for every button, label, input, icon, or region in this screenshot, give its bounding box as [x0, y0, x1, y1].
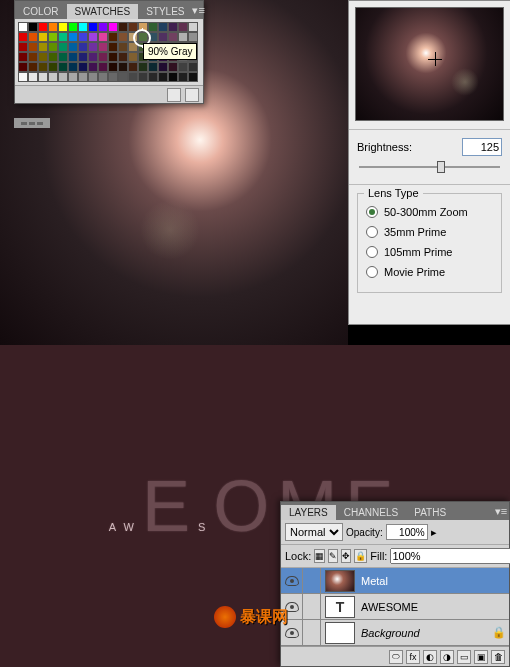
- swatch[interactable]: [98, 62, 108, 72]
- swatch[interactable]: [158, 32, 168, 42]
- swatch[interactable]: [68, 22, 78, 32]
- swatch[interactable]: [28, 42, 38, 52]
- swatch[interactable]: [38, 72, 48, 82]
- swatch[interactable]: [38, 42, 48, 52]
- swatch[interactable]: [58, 42, 68, 52]
- tab-layers[interactable]: LAYERS: [281, 505, 336, 520]
- layer-mask-icon[interactable]: ◐: [423, 650, 437, 664]
- swatch[interactable]: [88, 22, 98, 32]
- swatch[interactable]: [148, 72, 158, 82]
- swatch[interactable]: [108, 32, 118, 42]
- swatch[interactable]: [38, 62, 48, 72]
- swatch[interactable]: [118, 42, 128, 52]
- swatch[interactable]: [48, 62, 58, 72]
- swatch[interactable]: [58, 32, 68, 42]
- swatch[interactable]: [178, 62, 188, 72]
- group-icon[interactable]: ▭: [457, 650, 471, 664]
- delete-swatch-icon[interactable]: [185, 88, 199, 102]
- swatch[interactable]: [68, 42, 78, 52]
- swatch[interactable]: [88, 32, 98, 42]
- tab-channels[interactable]: CHANNELS: [336, 505, 406, 520]
- swatch[interactable]: [108, 52, 118, 62]
- swatch[interactable]: [38, 32, 48, 42]
- layer-row[interactable]: Background🔒: [281, 620, 509, 646]
- layer-name[interactable]: AWESOME: [359, 601, 489, 613]
- swatch[interactable]: [48, 32, 58, 42]
- swatch[interactable]: [28, 32, 38, 42]
- radio-movie[interactable]: Movie Prime: [364, 262, 495, 282]
- fill-input[interactable]: [390, 548, 510, 564]
- swatch[interactable]: [58, 22, 68, 32]
- brightness-input[interactable]: [462, 138, 502, 156]
- opacity-input[interactable]: [386, 524, 428, 540]
- swatch[interactable]: [68, 32, 78, 42]
- swatch[interactable]: [188, 22, 198, 32]
- swatch[interactable]: [118, 52, 128, 62]
- tab-color[interactable]: COLOR: [15, 4, 67, 19]
- swatch[interactable]: [158, 72, 168, 82]
- delete-layer-icon[interactable]: 🗑: [491, 650, 505, 664]
- adjustment-layer-icon[interactable]: ◑: [440, 650, 454, 664]
- swatch[interactable]: [48, 22, 58, 32]
- lock-transparent-icon[interactable]: ▦: [314, 549, 325, 563]
- blend-mode-select[interactable]: Normal: [285, 523, 343, 541]
- swatch[interactable]: [78, 32, 88, 42]
- swatch[interactable]: [128, 62, 138, 72]
- visibility-toggle[interactable]: [281, 568, 303, 594]
- swatch[interactable]: [78, 72, 88, 82]
- swatch[interactable]: [88, 42, 98, 52]
- flare-center-crosshair[interactable]: [428, 52, 442, 66]
- swatch[interactable]: [18, 32, 28, 42]
- swatch[interactable]: [168, 32, 178, 42]
- layer-thumbnail[interactable]: [325, 570, 355, 592]
- lock-all-icon[interactable]: 🔒: [354, 549, 367, 563]
- swatch[interactable]: [118, 62, 128, 72]
- swatch[interactable]: [48, 72, 58, 82]
- swatch[interactable]: [38, 22, 48, 32]
- tab-paths[interactable]: PATHS: [406, 505, 454, 520]
- swatch[interactable]: [138, 62, 148, 72]
- swatch[interactable]: [108, 42, 118, 52]
- swatch[interactable]: [28, 22, 38, 32]
- swatch[interactable]: [168, 22, 178, 32]
- swatch[interactable]: [98, 22, 108, 32]
- new-swatch-icon[interactable]: [167, 88, 181, 102]
- swatch[interactable]: [98, 32, 108, 42]
- swatch[interactable]: [28, 62, 38, 72]
- swatch[interactable]: [78, 62, 88, 72]
- swatch[interactable]: [158, 22, 168, 32]
- swatch[interactable]: [128, 52, 138, 62]
- swatch[interactable]: [18, 72, 28, 82]
- layer-thumbnail[interactable]: [325, 622, 355, 644]
- swatch[interactable]: [108, 62, 118, 72]
- swatch[interactable]: [188, 32, 198, 42]
- swatch[interactable]: [108, 72, 118, 82]
- swatch[interactable]: [148, 22, 158, 32]
- tab-swatches[interactable]: SWATCHES: [67, 4, 139, 19]
- radio-35mm[interactable]: 35mm Prime: [364, 222, 495, 242]
- swatch[interactable]: [148, 62, 158, 72]
- layer-name[interactable]: Metal: [359, 575, 489, 587]
- swatch[interactable]: [178, 22, 188, 32]
- swatch[interactable]: [128, 72, 138, 82]
- swatch[interactable]: [158, 62, 168, 72]
- swatch[interactable]: [38, 52, 48, 62]
- swatch[interactable]: [48, 52, 58, 62]
- swatch[interactable]: [188, 62, 198, 72]
- swatch[interactable]: [68, 72, 78, 82]
- swatch[interactable]: [98, 42, 108, 52]
- radio-50-300mm[interactable]: 50-300mm Zoom: [364, 202, 495, 222]
- brightness-slider[interactable]: [359, 160, 500, 176]
- layer-thumbnail[interactable]: T: [325, 596, 355, 618]
- swatch[interactable]: [18, 22, 28, 32]
- tab-styles[interactable]: STYLES: [138, 4, 192, 19]
- swatch[interactable]: [168, 72, 178, 82]
- swatch[interactable]: [58, 72, 68, 82]
- swatch[interactable]: [78, 42, 88, 52]
- swatch[interactable]: [58, 52, 68, 62]
- swatch[interactable]: [178, 32, 188, 42]
- layer-style-icon[interactable]: fx: [406, 650, 420, 664]
- swatch[interactable]: [168, 62, 178, 72]
- lock-pixels-icon[interactable]: ✎: [328, 549, 338, 563]
- swatch[interactable]: [18, 42, 28, 52]
